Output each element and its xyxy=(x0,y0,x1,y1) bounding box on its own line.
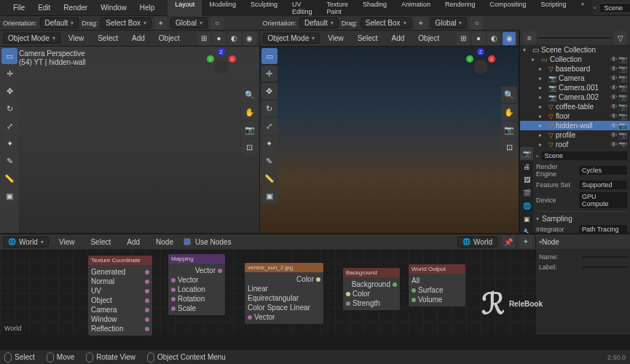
drag-dropdown[interactable]: Select Box▾ xyxy=(101,17,151,28)
pan-icon-2[interactable]: ✋ xyxy=(501,104,517,120)
integrator-dropdown[interactable]: Path Tracing xyxy=(579,225,627,233)
visibility-icon[interactable]: 👁 xyxy=(610,55,618,63)
tool-scale-icon[interactable]: ⤢ xyxy=(1,118,17,134)
node-background[interactable]: Background Background Color Strength xyxy=(342,267,401,311)
tool-measure-icon-2[interactable]: 📏 xyxy=(261,170,277,186)
outliner-search[interactable] xyxy=(538,36,613,39)
render-visibility-icon[interactable]: 📷 xyxy=(618,122,627,130)
vp2-view-menu[interactable]: View xyxy=(322,32,350,44)
outliner-item-camera.002[interactable]: ▸📷Camera.002👁📷 xyxy=(520,92,630,102)
tab-layout[interactable]: Layout xyxy=(168,0,202,17)
snap-icon-2[interactable]: ⌖ xyxy=(414,17,428,30)
render-visibility-icon[interactable]: 📷 xyxy=(618,141,627,147)
tab-scripting[interactable]: Scripting xyxy=(534,0,574,17)
tool-addcube-icon-2[interactable]: ▣ xyxy=(261,188,277,204)
shading-solid-icon-2[interactable]: ● xyxy=(472,32,485,45)
visibility-icon[interactable]: 👁 xyxy=(610,131,618,139)
node-world-output[interactable]: World Output All Surface Volume xyxy=(408,264,466,307)
vp2-add-menu[interactable]: Add xyxy=(386,32,411,44)
device-dropdown[interactable]: GPU Compute xyxy=(579,192,627,208)
shading-rendered-icon[interactable]: ◉ xyxy=(243,32,256,45)
tool-addcube-icon[interactable]: ▣ xyxy=(1,188,17,204)
prop-tab-output-icon[interactable]: 🖨 xyxy=(520,160,533,173)
node-texture-coordinate[interactable]: Texture Coordinate Generated Normal UV O… xyxy=(87,255,153,336)
menu-window[interactable]: Window xyxy=(95,1,133,14)
render-visibility-icon[interactable]: 📷 xyxy=(618,103,627,111)
tab-animation[interactable]: Animation xyxy=(394,0,438,17)
outliner-item-camera[interactable]: ▸📷Camera👁📷 xyxy=(520,74,630,83)
shading-rendered-icon-2[interactable]: ◉ xyxy=(503,32,516,45)
vp-view-menu[interactable]: View xyxy=(63,32,90,44)
tab-texture-paint[interactable]: Texture Paint xyxy=(319,0,355,17)
render-visibility-icon[interactable]: 📷 xyxy=(618,131,627,139)
menu-render[interactable]: Render xyxy=(58,1,93,14)
outliner-item-hidden-wall[interactable]: ▸▽hidden-wall👁📷 xyxy=(520,121,630,130)
sampling-section-header[interactable]: ▾Sampling xyxy=(536,214,627,223)
menu-help[interactable]: Help xyxy=(134,1,161,14)
tool-annotate-icon-2[interactable]: ✎ xyxy=(261,153,277,169)
outliner-item-floor[interactable]: ▸▽floor👁📷 xyxy=(520,111,630,121)
prop-tab-scene-icon[interactable]: 🎬 xyxy=(520,186,533,199)
visibility-icon[interactable]: 👁 xyxy=(610,141,618,147)
viewport-right[interactable]: Object Mode▾ View Select Add Object ⊞ ● … xyxy=(260,31,520,233)
tool-rotate-icon-2[interactable]: ↻ xyxy=(261,100,277,116)
ortho-toggle-icon[interactable]: ⊡ xyxy=(242,139,258,155)
outliner-item-camera.001[interactable]: ▸📷Camera.001👁📷 xyxy=(520,83,630,92)
tool-transform-icon[interactable]: ✦ xyxy=(1,135,17,151)
gizmo-x-axis[interactable]: X xyxy=(229,55,236,63)
orientation-dropdown[interactable]: Default▾ xyxy=(40,17,79,28)
tool-annotate-icon[interactable]: ✎ xyxy=(1,153,17,169)
prop-tab-object-icon[interactable]: ▣ xyxy=(520,213,533,226)
use-nodes-checkbox[interactable] xyxy=(184,238,191,245)
tab-uv-editing[interactable]: UV Editing xyxy=(285,0,320,17)
pan-icon[interactable]: ✋ xyxy=(242,104,258,120)
visibility-icon[interactable]: 👁 xyxy=(610,112,618,120)
feature-set-dropdown[interactable]: Supported xyxy=(579,181,627,189)
tool-move-icon[interactable]: ✥ xyxy=(1,83,17,99)
vp-add-menu[interactable]: Add xyxy=(126,32,151,44)
snap-node-icon[interactable]: ⌖ xyxy=(519,235,532,248)
tool-measure-icon[interactable]: 📏 xyxy=(1,170,17,186)
mode-dropdown[interactable]: Object Mode▾ xyxy=(3,33,60,44)
node-editor-type-dropdown[interactable]: 🌐 World▾ xyxy=(3,237,49,248)
snap-icon[interactable]: ⌖ xyxy=(154,17,168,30)
tab-shading[interactable]: Shading xyxy=(355,0,394,17)
tool-transform-icon-2[interactable]: ✦ xyxy=(261,135,277,151)
gizmo-x-axis-2[interactable]: X xyxy=(488,55,495,63)
menu-edit[interactable]: Edit xyxy=(32,1,56,14)
outliner-item-profile[interactable]: ▸▽profile👁📷 xyxy=(520,130,630,140)
node-add-menu[interactable]: Add xyxy=(121,236,146,248)
shading-matpreview-icon-2[interactable]: ◐ xyxy=(487,32,500,45)
shading-wireframe-icon-2[interactable]: ⊞ xyxy=(457,32,470,45)
node-label-field[interactable] xyxy=(582,266,627,268)
shading-matpreview-icon[interactable]: ◐ xyxy=(228,32,241,45)
gizmo-y-axis[interactable]: Y xyxy=(207,55,214,63)
tool-select-icon[interactable]: ▭ xyxy=(1,48,17,64)
tool-cursor-icon[interactable]: ✛ xyxy=(1,66,17,82)
visibility-icon[interactable]: 👁 xyxy=(610,74,618,82)
visibility-icon[interactable]: 👁 xyxy=(610,93,618,101)
tab-compositing[interactable]: Compositing xyxy=(483,0,534,17)
render-visibility-icon[interactable]: 📷 xyxy=(618,112,627,120)
proportional-edit-icon-2[interactable]: ○ xyxy=(470,17,483,30)
gizmo-y-axis-2[interactable]: Y xyxy=(466,55,473,63)
node-canvas[interactable]: Texture Coordinate Generated Normal UV O… xyxy=(0,249,535,335)
vp-select-menu[interactable]: Select xyxy=(92,32,124,44)
scene-field[interactable]: Scene xyxy=(599,3,630,13)
render-engine-dropdown[interactable]: Cycles xyxy=(579,166,627,175)
proportional-edit-icon[interactable]: ○ xyxy=(210,17,224,30)
outliner-scene-collection[interactable]: ▾ ▭ Scene Collection xyxy=(520,45,630,55)
navigation-gizmo-2[interactable]: X Y Z xyxy=(465,51,497,83)
visibility-icon[interactable]: 👁 xyxy=(610,84,618,92)
render-visibility-icon[interactable]: 📷 xyxy=(618,55,627,63)
outliner-item-collection[interactable]: ▸▭Collection👁📷 xyxy=(520,55,630,64)
gizmo-z-axis[interactable]: Z xyxy=(218,48,225,55)
shading-wireframe-icon[interactable]: ⊞ xyxy=(197,32,210,45)
outliner-item-baseboard[interactable]: ▸▽baseboard👁📷 xyxy=(520,64,630,74)
tool-select-icon-2[interactable]: ▭ xyxy=(261,48,277,64)
render-visibility-icon[interactable]: 📷 xyxy=(618,93,627,101)
prop-tab-viewlayer-icon[interactable]: 🖼 xyxy=(520,173,533,186)
camera-view-icon-2[interactable]: 📷 xyxy=(501,122,517,138)
global-dropdown[interactable]: Global▾ xyxy=(170,17,208,28)
tool-rotate-icon[interactable]: ↻ xyxy=(1,100,17,116)
